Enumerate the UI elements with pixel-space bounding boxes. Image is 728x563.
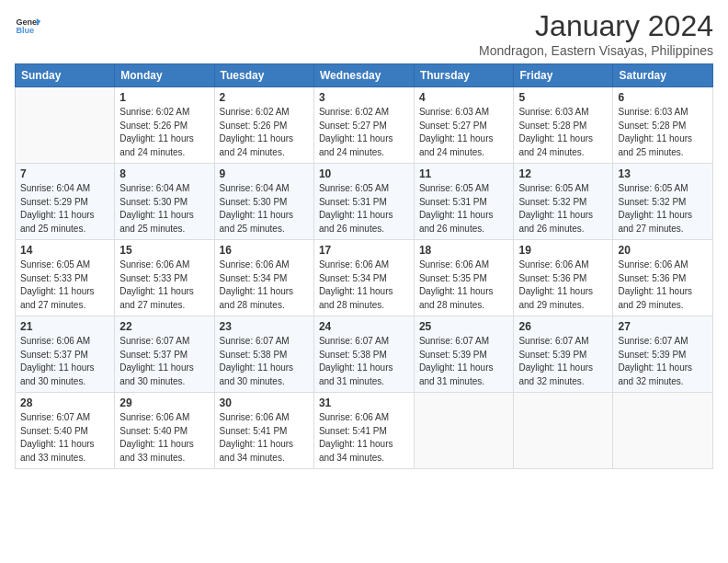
day-info: Sunrise: 6:06 AMSunset: 5:40 PMDaylight:… — [119, 411, 209, 465]
day-info: Sunrise: 6:03 AMSunset: 5:28 PMDaylight:… — [518, 106, 608, 159]
day-number: 6 — [618, 91, 708, 104]
logo-icon: General Blue — [15, 13, 40, 39]
day-info: Sunrise: 6:03 AMSunset: 5:28 PMDaylight:… — [618, 106, 708, 159]
calendar-cell: 2Sunrise: 6:02 AMSunset: 5:26 PMDaylight… — [214, 87, 313, 164]
day-info: Sunrise: 6:06 AMSunset: 5:36 PMDaylight:… — [518, 259, 608, 312]
day-number: 10 — [319, 167, 409, 180]
day-info: Sunrise: 6:04 AMSunset: 5:30 PMDaylight:… — [220, 182, 309, 236]
day-info: Sunrise: 6:06 AMSunset: 5:34 PMDaylight:… — [319, 259, 409, 312]
day-number: 2 — [220, 91, 309, 104]
day-info: Sunrise: 6:02 AMSunset: 5:26 PMDaylight:… — [119, 106, 209, 159]
day-info: Sunrise: 6:05 AMSunset: 5:32 PMDaylight:… — [618, 182, 708, 236]
day-info: Sunrise: 6:07 AMSunset: 5:40 PMDaylight:… — [20, 411, 109, 465]
calendar-cell: 22Sunrise: 6:07 AMSunset: 5:37 PMDayligh… — [115, 316, 214, 393]
calendar-cell: 29Sunrise: 6:06 AMSunset: 5:40 PMDayligh… — [115, 393, 214, 469]
calendar-cell: 26Sunrise: 6:07 AMSunset: 5:39 PMDayligh… — [514, 316, 613, 393]
calendar-week-3: 14Sunrise: 6:05 AMSunset: 5:33 PMDayligh… — [16, 240, 713, 316]
calendar-cell: 24Sunrise: 6:07 AMSunset: 5:38 PMDayligh… — [313, 316, 414, 393]
calendar-cell: 19Sunrise: 6:06 AMSunset: 5:36 PMDayligh… — [514, 240, 613, 316]
svg-text:Blue: Blue — [16, 26, 34, 35]
day-info: Sunrise: 6:06 AMSunset: 5:35 PMDaylight:… — [419, 259, 509, 312]
calendar-cell: 15Sunrise: 6:06 AMSunset: 5:33 PMDayligh… — [115, 240, 214, 316]
calendar-cell: 14Sunrise: 6:05 AMSunset: 5:33 PMDayligh… — [16, 240, 115, 316]
day-info: Sunrise: 6:06 AMSunset: 5:41 PMDaylight:… — [220, 411, 309, 465]
calendar-cell: 8Sunrise: 6:04 AMSunset: 5:30 PMDaylight… — [115, 164, 214, 240]
day-number: 12 — [518, 167, 608, 180]
calendar-cell: 27Sunrise: 6:07 AMSunset: 5:39 PMDayligh… — [613, 316, 713, 393]
day-number: 13 — [618, 167, 708, 180]
weekday-header-sunday: Sunday — [16, 64, 115, 87]
calendar-cell: 28Sunrise: 6:07 AMSunset: 5:40 PMDayligh… — [16, 393, 115, 469]
logo: General Blue — [15, 13, 40, 39]
day-info: Sunrise: 6:04 AMSunset: 5:29 PMDaylight:… — [20, 182, 109, 236]
day-number: 19 — [518, 244, 608, 257]
day-info: Sunrise: 6:07 AMSunset: 5:37 PMDaylight:… — [119, 335, 209, 388]
day-number: 24 — [319, 320, 409, 333]
calendar-cell: 25Sunrise: 6:07 AMSunset: 5:39 PMDayligh… — [414, 316, 514, 393]
day-info: Sunrise: 6:06 AMSunset: 5:33 PMDaylight:… — [119, 259, 209, 312]
calendar-cell: 30Sunrise: 6:06 AMSunset: 5:41 PMDayligh… — [214, 393, 313, 469]
day-number: 28 — [20, 396, 109, 409]
day-info: Sunrise: 6:07 AMSunset: 5:39 PMDaylight:… — [618, 335, 708, 388]
day-info: Sunrise: 6:07 AMSunset: 5:38 PMDaylight:… — [220, 335, 309, 388]
weekday-header-monday: Monday — [115, 64, 214, 87]
weekday-header-saturday: Saturday — [613, 64, 713, 87]
calendar-cell: 11Sunrise: 6:05 AMSunset: 5:31 PMDayligh… — [414, 164, 514, 240]
calendar-cell: 10Sunrise: 6:05 AMSunset: 5:31 PMDayligh… — [313, 164, 414, 240]
day-number: 25 — [419, 320, 509, 333]
day-number: 18 — [419, 244, 509, 257]
calendar-cell: 7Sunrise: 6:04 AMSunset: 5:29 PMDaylight… — [16, 164, 115, 240]
calendar-cell: 12Sunrise: 6:05 AMSunset: 5:32 PMDayligh… — [514, 164, 613, 240]
day-number: 31 — [319, 396, 409, 409]
day-number: 11 — [419, 167, 509, 180]
weekday-header-tuesday: Tuesday — [214, 64, 313, 87]
calendar-cell: 23Sunrise: 6:07 AMSunset: 5:38 PMDayligh… — [214, 316, 313, 393]
page-header: General Blue January 2024 Mondragon, Eas… — [15, 9, 713, 58]
day-number: 7 — [20, 167, 109, 180]
weekday-header-row: SundayMondayTuesdayWednesdayThursdayFrid… — [16, 64, 713, 87]
calendar-week-5: 28Sunrise: 6:07 AMSunset: 5:40 PMDayligh… — [16, 393, 713, 469]
day-number: 9 — [220, 167, 309, 180]
calendar-week-2: 7Sunrise: 6:04 AMSunset: 5:29 PMDaylight… — [16, 164, 713, 240]
calendar-cell: 31Sunrise: 6:06 AMSunset: 5:41 PMDayligh… — [313, 393, 414, 469]
day-info: Sunrise: 6:06 AMSunset: 5:41 PMDaylight:… — [319, 411, 409, 465]
day-number: 14 — [20, 244, 109, 257]
day-number: 17 — [319, 244, 409, 257]
day-info: Sunrise: 6:05 AMSunset: 5:31 PMDaylight:… — [319, 182, 409, 236]
day-info: Sunrise: 6:06 AMSunset: 5:36 PMDaylight:… — [618, 259, 708, 312]
day-number: 15 — [119, 244, 209, 257]
day-number: 3 — [319, 91, 409, 104]
day-info: Sunrise: 6:05 AMSunset: 5:33 PMDaylight:… — [20, 259, 109, 312]
calendar-cell: 13Sunrise: 6:05 AMSunset: 5:32 PMDayligh… — [613, 164, 713, 240]
weekday-header-wednesday: Wednesday — [313, 64, 414, 87]
calendar-cell: 4Sunrise: 6:03 AMSunset: 5:27 PMDaylight… — [414, 87, 514, 164]
day-number: 30 — [220, 396, 309, 409]
day-info: Sunrise: 6:05 AMSunset: 5:31 PMDaylight:… — [419, 182, 509, 236]
day-info: Sunrise: 6:02 AMSunset: 5:27 PMDaylight:… — [319, 106, 409, 159]
day-info: Sunrise: 6:06 AMSunset: 5:34 PMDaylight:… — [220, 259, 309, 312]
weekday-header-friday: Friday — [514, 64, 613, 87]
day-number: 16 — [220, 244, 309, 257]
calendar-cell: 6Sunrise: 6:03 AMSunset: 5:28 PMDaylight… — [613, 87, 713, 164]
calendar-cell: 16Sunrise: 6:06 AMSunset: 5:34 PMDayligh… — [214, 240, 313, 316]
day-number: 21 — [20, 320, 109, 333]
calendar-table: SundayMondayTuesdayWednesdayThursdayFrid… — [15, 63, 713, 469]
month-title: January 2024 — [479, 9, 713, 43]
calendar-cell: 18Sunrise: 6:06 AMSunset: 5:35 PMDayligh… — [414, 240, 514, 316]
calendar-cell: 21Sunrise: 6:06 AMSunset: 5:37 PMDayligh… — [16, 316, 115, 393]
calendar-cell — [514, 393, 613, 469]
day-number: 20 — [618, 244, 708, 257]
day-number: 5 — [518, 91, 608, 104]
day-number: 23 — [220, 320, 309, 333]
calendar-cell: 3Sunrise: 6:02 AMSunset: 5:27 PMDaylight… — [313, 87, 414, 164]
day-number: 29 — [119, 396, 209, 409]
calendar-cell — [414, 393, 514, 469]
title-block: January 2024 Mondragon, Eastern Visayas,… — [479, 9, 713, 58]
calendar-cell — [613, 393, 713, 469]
day-info: Sunrise: 6:07 AMSunset: 5:38 PMDaylight:… — [319, 335, 409, 388]
day-info: Sunrise: 6:02 AMSunset: 5:26 PMDaylight:… — [220, 106, 309, 159]
location: Mondragon, Eastern Visayas, Philippines — [479, 43, 713, 58]
weekday-header-thursday: Thursday — [414, 64, 514, 87]
day-number: 26 — [518, 320, 608, 333]
day-info: Sunrise: 6:06 AMSunset: 5:37 PMDaylight:… — [20, 335, 109, 388]
